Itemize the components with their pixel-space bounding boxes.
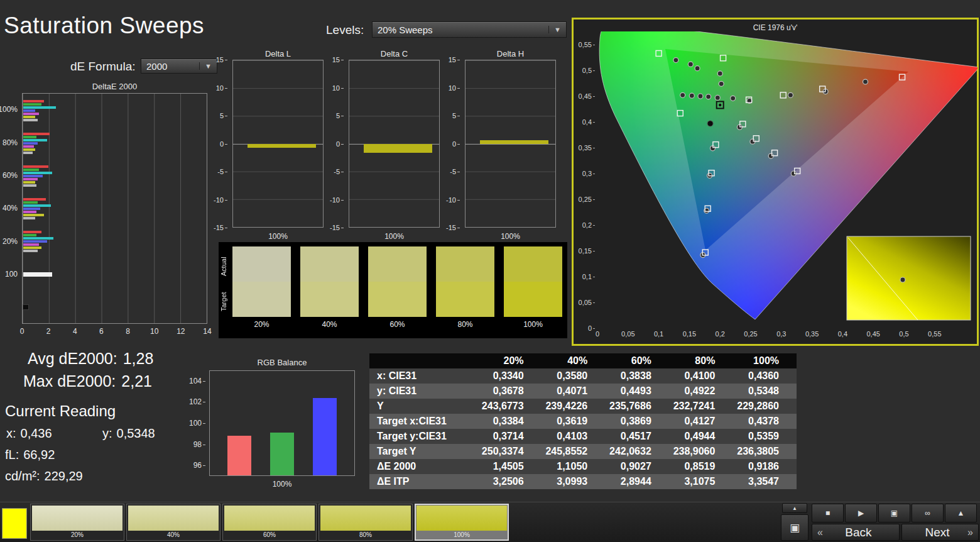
table-cell: 235,7686 — [605, 399, 669, 414]
patch-display-icon: ▣ — [790, 521, 800, 534]
deltae-x-tick: 10 — [150, 327, 158, 336]
page-title: Saturation Sweeps — [4, 13, 204, 39]
delta-y-tick: 0 — [220, 140, 227, 148]
swatch-actual — [300, 246, 359, 282]
deltae-bar — [23, 100, 44, 102]
transport-buttons: ■▶▣∞▲ — [812, 504, 977, 523]
swatch-target — [300, 282, 359, 317]
delta-chart-ylabels: 151050-5-10-15 — [207, 60, 230, 228]
table-cell: 0,4127 — [669, 414, 733, 429]
deltae-y-label: 60% — [0, 159, 20, 192]
next-button[interactable]: Next » — [901, 524, 979, 541]
table-cell: 0,5359 — [732, 429, 797, 444]
cie-measurement-point — [680, 92, 685, 97]
table-row-label: x: CIE31 — [369, 368, 477, 384]
current-patch-swatch — [2, 508, 27, 539]
deltae-chart: DeltaE 2000 100%80%60%40%20%100 02468101… — [0, 80, 209, 340]
table-cell: 3,1075 — [669, 474, 733, 489]
deltae-bar — [23, 198, 46, 201]
table-cell: 0,3714 — [477, 429, 542, 444]
delta-y-tick: -5 — [217, 168, 227, 175]
reading-y-label: y: — [102, 426, 112, 441]
deltae-bar — [23, 148, 35, 151]
table-cell: 250,3374 — [477, 444, 542, 459]
delta-chart-title: Delta C — [349, 49, 440, 58]
deltae-bar — [23, 165, 48, 168]
table-cell: 1,1050 — [542, 459, 606, 474]
cie-title: CIE 1976 u'v' — [574, 23, 977, 32]
table-row-label: Y — [369, 399, 477, 414]
cie-measurement-point — [731, 96, 736, 101]
deltae-bar-group — [23, 159, 207, 192]
deltae-bar — [23, 184, 36, 187]
deltae-bar-group — [23, 126, 207, 159]
cie-x-tick: 0,25 — [744, 330, 757, 338]
table-cell: 245,8552 — [542, 444, 606, 459]
deltae-bar — [23, 243, 39, 246]
table-row: x: CIE310,33400,35800,38380,41000,4360 — [369, 368, 797, 384]
deltae-bar — [23, 237, 53, 240]
table-col-header: 100% — [732, 353, 797, 368]
patch-button-40%[interactable]: 40% — [126, 504, 220, 541]
rgb-y-tick: 98 — [193, 440, 205, 449]
deltae-bar — [23, 119, 38, 121]
reading-fl-label: fL: — [5, 448, 19, 462]
delta-chart-x-label: 100% — [465, 232, 556, 241]
table-row: y: CIE310,36780,40710,44930,49220,5348 — [369, 384, 797, 399]
deltae-x-tick: 14 — [203, 327, 211, 336]
patch-display-button[interactable]: ▣ — [781, 514, 808, 541]
cie-x-tick: 0,35 — [805, 330, 819, 338]
levels-dropdown[interactable]: 20% Sweeps ▼ — [372, 21, 567, 38]
back-button[interactable]: « Back — [812, 524, 900, 541]
deltae-bar — [23, 178, 38, 180]
table-cell: 0,4517 — [605, 429, 669, 444]
cie-diagram-panel: CIE 1976 u'v' — [572, 18, 979, 346]
deltae-bar — [23, 103, 41, 106]
patch-label: 40% — [128, 531, 219, 539]
avg-de2000-label: Avg dE2000: — [28, 350, 117, 368]
patch-button-20%[interactable]: 20% — [30, 504, 124, 541]
delta-chart-bar — [480, 140, 548, 143]
table-row: ΔE ITP3,25063,09932,89443,10753,3547 — [369, 474, 797, 489]
play-button[interactable]: ▶ — [845, 504, 877, 523]
eject-button[interactable]: ▲ — [782, 503, 807, 513]
de-formula-dropdown[interactable]: 2000 ▼ — [141, 58, 217, 74]
record-button[interactable]: ▣ — [878, 504, 910, 523]
deltae-bar — [23, 246, 41, 249]
cie-measurement-point — [863, 79, 868, 84]
delta-y-tick: 15 — [449, 56, 460, 64]
delta-chart-h: Delta H151050-5-10-15100% — [440, 49, 556, 238]
patch-button-80%[interactable]: 80% — [318, 504, 413, 541]
next-button-label: Next — [907, 526, 967, 539]
cie-x-tick: 0,1 — [654, 330, 663, 338]
reading-cd-label: cd/m²: — [5, 469, 40, 484]
cie-measurement-point — [689, 93, 694, 98]
reading-fl: fL: 66,92 — [5, 448, 55, 462]
patch-button-60%[interactable]: 60% — [222, 504, 317, 541]
delta-y-tick: -15 — [446, 224, 460, 231]
swatch-strip: Actual Target 20%40%60%80%100% — [219, 242, 567, 338]
swatch-label: 20% — [232, 320, 291, 329]
patch-label: 80% — [320, 531, 411, 539]
collapse-button[interactable]: ▲ — [945, 504, 977, 523]
stop-button[interactable]: ■ — [812, 504, 844, 523]
cie-inset-point — [900, 277, 905, 282]
loop-button[interactable]: ∞ — [912, 504, 944, 523]
cie-y-tick: 0 — [574, 324, 595, 332]
deltae-x-tick: 6 — [99, 327, 104, 336]
table-row-label: Target y:CIE31 — [369, 429, 477, 444]
swatch-target — [436, 282, 494, 317]
deltae-bar — [23, 211, 36, 213]
delta-y-tick: 10 — [216, 84, 227, 92]
patch-label: 100% — [416, 531, 507, 539]
cie-measurement-point — [688, 62, 693, 67]
table-row-label: Target x:CIE31 — [369, 414, 477, 429]
patch-button-100%[interactable]: 100% — [415, 504, 509, 541]
cie-measurement-point — [698, 94, 703, 99]
cie-y-tick: 0,15 — [574, 247, 595, 255]
reading-cd-value: 229,29 — [45, 469, 83, 484]
table-col-header: 80% — [669, 353, 733, 368]
reading-x: x: 0,436 — [6, 426, 52, 441]
swatch-target — [232, 282, 291, 317]
max-de2000: Max dE2000: 2,21 — [23, 372, 152, 390]
